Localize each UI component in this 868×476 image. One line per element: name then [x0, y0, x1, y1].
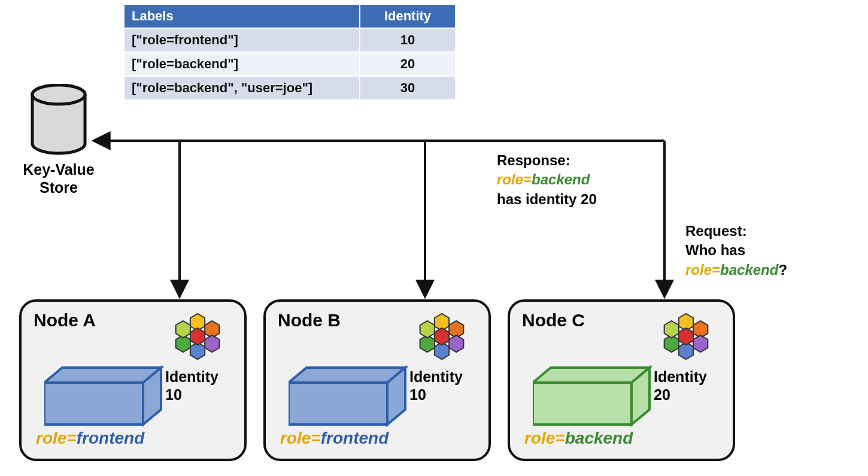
node-c-role: role=backend: [524, 429, 633, 448]
svg-point-1: [32, 85, 85, 104]
table-row: ["role=backend", "user=joe"] 30: [124, 76, 456, 100]
database-icon: [29, 84, 89, 156]
response-text: Response: role=backend has identity 20: [497, 151, 597, 209]
node-c-title: Node C: [522, 310, 585, 331]
table-cell-identity: 30: [360, 76, 456, 100]
svg-rect-8: [44, 383, 143, 425]
kv-store-label-line2: Store: [40, 179, 78, 196]
request-role-key: role: [685, 262, 712, 278]
node-a-identity: Identity 10: [165, 368, 218, 404]
request-line1: Request:: [685, 222, 787, 241]
key-value-store: Key-Value Store: [20, 84, 98, 196]
hex-cluster-icon: [657, 308, 715, 368]
node-b-role: role=frontend: [280, 429, 389, 448]
table-cell-labels: ["role=backend", "user=joe"]: [124, 76, 360, 100]
response-role-value: backend: [532, 171, 590, 187]
response-line1: Response:: [497, 151, 597, 170]
response-eq: =: [523, 171, 532, 187]
table-cell-identity: 10: [360, 28, 456, 52]
node-a-role: role=frontend: [36, 429, 144, 448]
cuboid-icon: [289, 365, 408, 433]
hex-cluster-icon: [169, 308, 226, 368]
svg-marker-9: [289, 368, 405, 383]
table-cell-labels: ["role=frontend"]: [124, 28, 360, 52]
svg-rect-14: [533, 383, 632, 425]
response-line3: has identity 20: [497, 190, 597, 209]
node-a-title: Node A: [34, 310, 96, 331]
cuboid-icon: [44, 365, 164, 433]
node-c-card: Node C Identity 20 role=backend: [508, 299, 735, 461]
table-row: ["role=frontend"] 10: [124, 28, 456, 52]
table-cell-labels: ["role=backend"]: [124, 52, 360, 76]
cuboid-icon: [533, 365, 652, 433]
table-row: ["role=backend"] 20: [124, 52, 456, 76]
node-b-identity: Identity 10: [409, 368, 463, 404]
svg-rect-11: [289, 383, 387, 425]
node-c-identity: Identity 20: [654, 368, 707, 404]
request-text: Request: Who has role=backend?: [685, 222, 787, 280]
kv-store-label-line1: Key-Value: [23, 161, 95, 178]
request-qmark: ?: [778, 262, 787, 278]
request-role-value: backend: [720, 262, 778, 278]
request-line2: Who has: [685, 241, 787, 260]
node-b-title: Node B: [278, 310, 341, 331]
request-eq: =: [712, 262, 720, 278]
node-a-card: Node A Identity 10 role=frontend: [19, 299, 247, 461]
table-cell-identity: 20: [360, 52, 456, 76]
node-b-card: Node B Identity 10 role=frontend: [263, 299, 491, 461]
svg-marker-12: [533, 368, 650, 383]
hex-cluster-icon: [413, 308, 471, 368]
response-role-key: role: [497, 171, 523, 187]
table-header-labels: Labels: [124, 4, 360, 28]
svg-marker-6: [44, 368, 161, 383]
labels-identity-table: Labels Identity ["role=frontend"] 10 ["r…: [123, 4, 456, 101]
table-header-identity: Identity: [360, 4, 456, 28]
